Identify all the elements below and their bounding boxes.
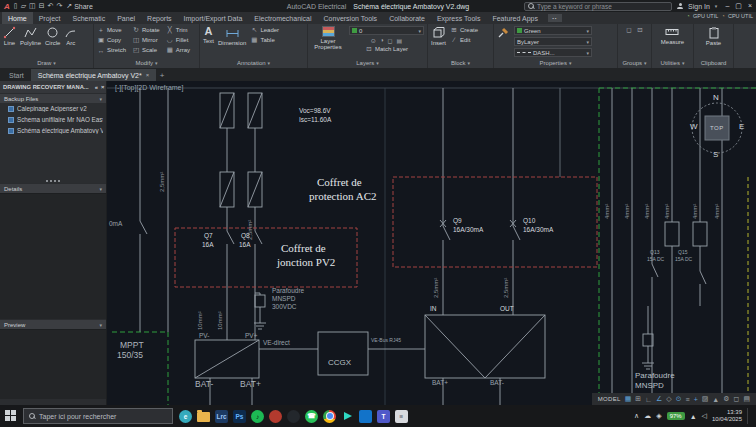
- lightroom-icon[interactable]: Lrc: [215, 410, 228, 423]
- ribbon-tab-featured-apps[interactable]: Featured Apps: [486, 12, 544, 24]
- new-tab-button[interactable]: +: [156, 69, 168, 81]
- share-button[interactable]: ↗ Share: [66, 2, 93, 10]
- edge-icon[interactable]: e: [179, 410, 192, 423]
- polyline-button[interactable]: Polyline: [20, 26, 41, 46]
- snap-mode-icon[interactable]: ⊞: [635, 395, 641, 403]
- redo-icon[interactable]: ↷: [56, 2, 62, 10]
- spotify-icon[interactable]: ♪: [251, 410, 264, 423]
- backup-file-item[interactable]: Calepinage Acipenser v2: [0, 103, 106, 114]
- object-snap-icon[interactable]: ⊙: [676, 395, 682, 403]
- start-button[interactable]: [5, 410, 17, 422]
- backup-file-item[interactable]: Schéma électrique Ambatovy V2: [0, 125, 106, 136]
- move-button[interactable]: +Move: [97, 26, 126, 34]
- tab-document[interactable]: Schéma électrique Ambatovy V2* ×: [31, 69, 156, 81]
- chevron-down-icon[interactable]: ▾: [268, 60, 271, 66]
- chevron-down-icon[interactable]: ▾: [155, 60, 158, 66]
- text-button[interactable]: A Text: [203, 26, 214, 44]
- match-layer-button[interactable]: ⊡ Match Layer: [349, 45, 424, 53]
- array-button[interactable]: ▦Array: [166, 46, 190, 54]
- chevron-down-icon[interactable]: ▾: [644, 60, 647, 66]
- notepad-icon[interactable]: ≡: [395, 410, 408, 423]
- github-icon[interactable]: [287, 410, 300, 423]
- paste-button[interactable]: Paste: [706, 26, 721, 46]
- create-block-button[interactable]: ⊞Create: [450, 26, 478, 34]
- annotation-scale-icon[interactable]: ▲: [712, 396, 719, 403]
- line-button[interactable]: Line: [3, 26, 16, 46]
- fillet-button[interactable]: ◡Fillet: [166, 36, 190, 44]
- ribbon-tab-home[interactable]: Home: [2, 12, 33, 24]
- ribbon-options-button[interactable]: ▪▪: [548, 14, 562, 22]
- ribbon-tab-schematic[interactable]: Schematic: [66, 12, 111, 24]
- table-button[interactable]: ▦Table: [250, 36, 279, 44]
- scale-button[interactable]: ◰Scale: [132, 46, 160, 54]
- copy-button[interactable]: ▣Copy: [97, 36, 126, 44]
- dynamic-input-icon[interactable]: +: [694, 396, 698, 403]
- ribbon-tab-collaborate[interactable]: Collaborate: [383, 12, 431, 24]
- match-properties-button[interactable]: [497, 26, 510, 39]
- customize-icon[interactable]: ▤: [743, 395, 750, 403]
- edit-block-button[interactable]: ∕Edit: [450, 36, 478, 43]
- help-search-input[interactable]: Type a keyword or phrase: [524, 2, 672, 11]
- polar-tracking-icon[interactable]: ∠: [656, 395, 662, 403]
- transparency-icon[interactable]: ▨: [702, 395, 709, 403]
- insert-button[interactable]: Insert: [431, 26, 446, 46]
- mirror-button[interactable]: ◫Mirror: [132, 36, 160, 44]
- details-header[interactable]: Details ▾: [0, 183, 106, 193]
- open-folder-icon[interactable]: ▱: [21, 2, 26, 10]
- chevron-down-icon[interactable]: ▾: [53, 60, 56, 66]
- play-store-icon[interactable]: [341, 410, 354, 423]
- lineweight-icon[interactable]: ≡: [686, 396, 690, 403]
- brave-icon[interactable]: [269, 410, 282, 423]
- layer-properties-button[interactable]: Layer Properties: [311, 26, 345, 51]
- hidden-icons-chevron[interactable]: ∧: [634, 412, 639, 420]
- chevron-down-icon[interactable]: ▾: [376, 60, 379, 66]
- teams-icon[interactable]: T: [377, 410, 390, 423]
- layer-select[interactable]: 0 ▾: [349, 26, 424, 35]
- arc-button[interactable]: Arc: [64, 26, 77, 46]
- stretch-button[interactable]: ↔Stretch: [97, 46, 126, 54]
- photoshop-icon[interactable]: Ps: [233, 410, 246, 423]
- close-button[interactable]: ×: [748, 2, 752, 10]
- measure-button[interactable]: Measure: [661, 26, 684, 45]
- lineweight-select[interactable]: ByLayer ▾: [514, 37, 592, 46]
- layer-lock-icon[interactable]: ◻: [388, 37, 393, 44]
- ribbon-tab-panel[interactable]: Panel: [111, 12, 141, 24]
- ribbon-tab-conversion-tools[interactable]: Conversion Tools: [318, 12, 384, 24]
- taskbar-search-input[interactable]: Taper ici pour rechercher: [23, 408, 173, 424]
- grid-icon[interactable]: ▦: [625, 395, 632, 403]
- isodraft-icon[interactable]: ◇: [666, 395, 671, 403]
- layer-on-icon[interactable]: ⊙: [371, 37, 376, 44]
- preview-header[interactable]: Preview ▾: [0, 319, 106, 329]
- tab-start[interactable]: Start: [2, 69, 31, 81]
- whatsapp-icon[interactable]: ☎: [305, 410, 318, 423]
- ribbon-tab-reports[interactable]: Reports: [141, 12, 178, 24]
- new-file-icon[interactable]: ▯: [14, 2, 18, 10]
- ribbon-tab-project[interactable]: Project: [33, 12, 67, 24]
- ribbon-tab-import-export-data[interactable]: Import/Export Data: [178, 12, 249, 24]
- security-icon[interactable]: ◈: [656, 412, 661, 420]
- minimize-button[interactable]: –: [725, 2, 729, 10]
- plot-icon[interactable]: ⊟: [39, 2, 45, 10]
- file-explorer-icon[interactable]: [197, 412, 210, 422]
- group-icon[interactable]: ◻: [625, 26, 633, 34]
- leader-button[interactable]: ↖Leader: [250, 26, 279, 34]
- ungroup-icon[interactable]: ⊡: [636, 26, 644, 34]
- chevron-down-icon[interactable]: ▾: [715, 3, 718, 9]
- dimension-button[interactable]: Dimension: [218, 26, 246, 46]
- circle-button[interactable]: Circle: [45, 26, 60, 46]
- drawing-canvas[interactable]: [-][Top][2D Wireframe]Voc=98.6VIsc=11.60…: [107, 81, 756, 405]
- model-space-button[interactable]: MODEL: [598, 396, 621, 402]
- linetype-select[interactable]: DASH... ▾: [514, 48, 592, 57]
- clock[interactable]: 13:39 10/04/2025: [712, 409, 742, 424]
- object-color-select[interactable]: Green ▾: [514, 26, 592, 35]
- volume-icon[interactable]: ◁: [702, 412, 707, 420]
- chevron-down-icon[interactable]: ▾: [682, 60, 685, 66]
- undo-icon[interactable]: ↶: [48, 2, 54, 10]
- save-icon[interactable]: ◫: [29, 2, 36, 10]
- layer-isolate-icon[interactable]: ▤: [396, 37, 402, 44]
- sign-in-button[interactable]: Sign In: [688, 3, 710, 10]
- backup-files-header[interactable]: Backup Files ▾: [0, 93, 106, 103]
- collapse-icon[interactable]: «: [95, 84, 98, 90]
- chevron-down-icon[interactable]: ▾: [569, 60, 572, 66]
- notification-panel-button[interactable]: [747, 408, 751, 424]
